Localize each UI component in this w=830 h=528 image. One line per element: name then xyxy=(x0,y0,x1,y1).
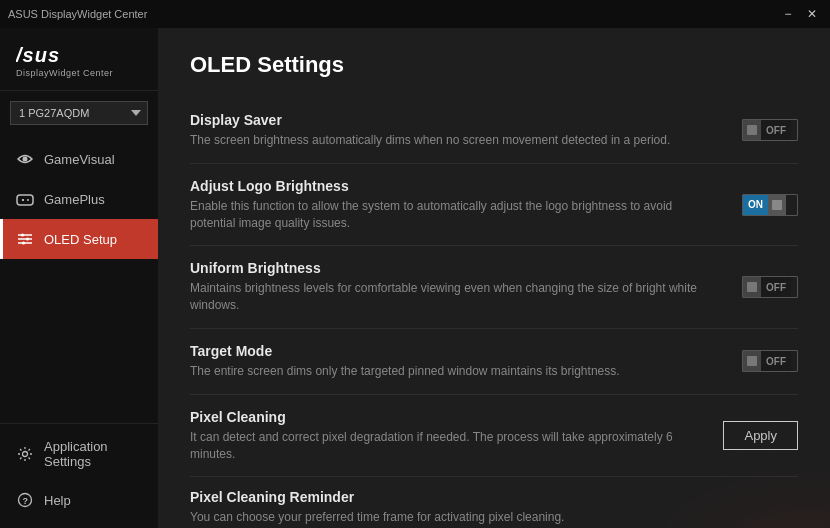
svg-rect-9 xyxy=(21,234,24,237)
app-settings-label: Application Settings xyxy=(44,439,142,469)
help-icon: ? xyxy=(16,491,34,509)
setting-pixel-cleaning-info: Pixel Cleaning It can detect and correct… xyxy=(190,409,723,463)
setting-display-saver-desc: The screen brightness automatically dims… xyxy=(190,132,718,149)
setting-display-saver-label: Display Saver xyxy=(190,112,718,128)
setting-adjust-logo-info: Adjust Logo Brightness Enable this funct… xyxy=(190,178,742,232)
sliders-icon xyxy=(16,230,34,248)
setting-adjust-logo-label: Adjust Logo Brightness xyxy=(190,178,718,194)
setting-uniform-brightness-label: Uniform Brightness xyxy=(190,260,718,276)
target-mode-toggle[interactable]: OFF xyxy=(742,350,798,372)
setting-display-saver-info: Display Saver The screen brightness auto… xyxy=(190,112,742,149)
sidebar-item-oled-setup[interactable]: OLED Setup xyxy=(0,219,158,259)
help-label: Help xyxy=(44,493,71,508)
close-button[interactable]: ✕ xyxy=(802,6,822,22)
svg-point-12 xyxy=(23,452,28,457)
minimize-button[interactable]: − xyxy=(778,6,798,22)
setting-target-mode-desc: The entire screen dims only the targeted… xyxy=(190,363,718,380)
setting-uniform-brightness-info: Uniform Brightness Maintains brightness … xyxy=(190,260,742,314)
sidebar-logo: /sus DisplayWidget Center xyxy=(0,28,158,91)
setting-adjust-logo-desc: Enable this function to allow the system… xyxy=(190,198,718,232)
device-selector[interactable]: 1 PG27AQDM xyxy=(10,101,148,125)
app-title: ASUS DisplayWidget Center xyxy=(8,8,147,20)
settings-list: Display Saver The screen brightness auto… xyxy=(190,98,798,528)
oled-setup-label: OLED Setup xyxy=(44,232,117,247)
display-saver-toggle[interactable]: OFF xyxy=(742,119,798,141)
sidebar-item-help[interactable]: ? Help xyxy=(0,480,158,520)
svg-text:/sus: /sus xyxy=(16,44,60,66)
setting-pixel-cleaning: Pixel Cleaning It can detect and correct… xyxy=(190,395,798,478)
sidebar-bottom: Application Settings ? Help xyxy=(0,423,158,520)
setting-adjust-logo: Adjust Logo Brightness Enable this funct… xyxy=(190,164,798,247)
gameplus-label: GamePlus xyxy=(44,192,105,207)
svg-rect-10 xyxy=(26,238,29,241)
adjust-logo-toggle[interactable]: ON xyxy=(742,194,798,216)
svg-rect-11 xyxy=(22,242,25,245)
sidebar: /sus DisplayWidget Center 1 PG27AQDM Gam… xyxy=(0,28,158,528)
setting-pixel-cleaning-reminder: Pixel Cleaning Reminder You can choose y… xyxy=(190,477,798,528)
uniform-brightness-toggle[interactable]: OFF xyxy=(742,276,798,298)
setting-uniform-brightness: Uniform Brightness Maintains brightness … xyxy=(190,246,798,329)
window-controls: − ✕ xyxy=(778,6,822,22)
setting-pixel-cleaning-label: Pixel Cleaning xyxy=(190,409,699,425)
setting-target-mode-label: Target Mode xyxy=(190,343,718,359)
sidebar-item-app-settings[interactable]: Application Settings xyxy=(0,428,158,480)
page-title: OLED Settings xyxy=(190,52,798,78)
pixel-cleaning-reminder-desc: You can choose your preferred time frame… xyxy=(190,509,798,526)
pixel-cleaning-reminder-label: Pixel Cleaning Reminder xyxy=(190,489,798,505)
svg-rect-2 xyxy=(17,195,33,205)
sidebar-item-gameplus[interactable]: GamePlus xyxy=(0,179,158,219)
svg-point-5 xyxy=(27,199,29,201)
title-bar: ASUS DisplayWidget Center − ✕ xyxy=(0,0,830,28)
setting-pixel-cleaning-desc: It can detect and correct pixel degradat… xyxy=(190,429,699,463)
app-body: /sus DisplayWidget Center 1 PG27AQDM Gam… xyxy=(0,28,830,528)
gamepad-icon xyxy=(16,190,34,208)
gamevisual-label: GameVisual xyxy=(44,152,115,167)
setting-uniform-brightness-desc: Maintains brightness levels for comforta… xyxy=(190,280,718,314)
svg-point-1 xyxy=(23,157,28,162)
setting-target-mode-info: Target Mode The entire screen dims only … xyxy=(190,343,742,380)
content-area: OLED Settings Display Saver The screen b… xyxy=(158,28,830,528)
pixel-cleaning-apply-button[interactable]: Apply xyxy=(723,421,798,450)
sidebar-item-gamevisual[interactable]: GameVisual xyxy=(0,139,158,179)
asus-logo: /sus xyxy=(16,44,142,66)
widget-center-label: DisplayWidget Center xyxy=(16,68,142,78)
svg-text:?: ? xyxy=(23,496,29,506)
settings-icon xyxy=(16,445,34,463)
setting-target-mode: Target Mode The entire screen dims only … xyxy=(190,329,798,395)
setting-display-saver: Display Saver The screen brightness auto… xyxy=(190,98,798,164)
sidebar-nav: GameVisual GamePlus xyxy=(0,139,158,423)
gamevisual-icon xyxy=(16,150,34,168)
